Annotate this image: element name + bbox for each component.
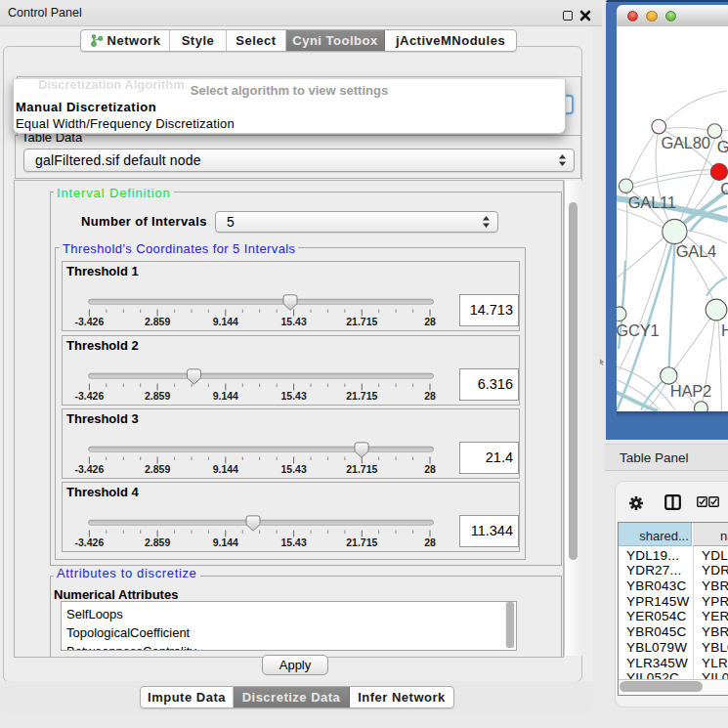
svg-text:21.715: 21.715 [346, 463, 377, 475]
svg-text:2.859: 2.859 [145, 463, 170, 475]
svg-text:2.859: 2.859 [145, 536, 170, 548]
svg-text:GAL11: GAL11 [628, 193, 676, 211]
svg-text:GA: GA [717, 138, 728, 155]
svg-text:28: 28 [424, 463, 436, 475]
svg-text:-3.426: -3.426 [75, 389, 105, 401]
svg-text:15.43: 15.43 [280, 463, 306, 475]
svg-text:-3.426: -3.426 [75, 463, 105, 475]
svg-text:9.144: 9.144 [213, 389, 238, 401]
svg-text:C: C [720, 180, 728, 197]
svg-text:15.43: 15.43 [280, 389, 306, 401]
svg-text:28: 28 [424, 536, 436, 548]
svg-text:GAL80: GAL80 [661, 134, 709, 151]
svg-text:9.144: 9.144 [213, 316, 238, 327]
svg-text:15.43: 15.43 [280, 316, 306, 327]
svg-text:2.859: 2.859 [145, 316, 170, 327]
svg-text:-3.426: -3.426 [75, 316, 105, 327]
svg-text:HAP2: HAP2 [670, 382, 711, 400]
svg-text:21.715: 21.715 [346, 316, 377, 327]
svg-text:GCY1: GCY1 [617, 321, 659, 339]
svg-text:21.715: 21.715 [346, 536, 377, 548]
svg-text:9.144: 9.144 [213, 463, 238, 475]
svg-text:-3.426: -3.426 [75, 536, 105, 548]
svg-text:2.859: 2.859 [145, 389, 170, 401]
svg-text:9.144: 9.144 [213, 536, 238, 548]
svg-text:21.715: 21.715 [346, 389, 377, 401]
svg-text:28: 28 [424, 316, 436, 327]
svg-text:15.43: 15.43 [280, 536, 306, 548]
svg-text:28: 28 [424, 389, 436, 401]
svg-text:GAL4: GAL4 [676, 242, 716, 260]
svg-text:H: H [721, 321, 728, 339]
